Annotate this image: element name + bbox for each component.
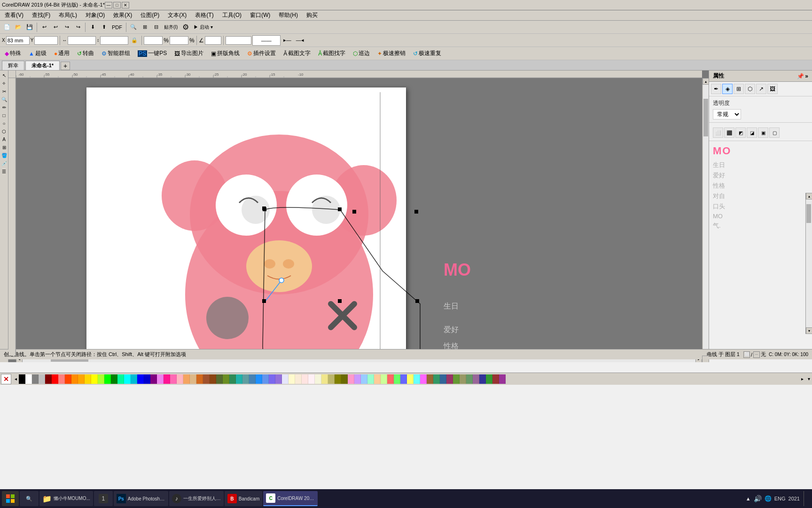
zoom-tool[interactable]: 🔍 (0, 95, 8, 103)
table-tool[interactable]: ⊞ (0, 143, 8, 151)
doc-tab-huixing[interactable]: 辉幸 (2, 61, 24, 70)
color-swatch-33[interactable] (236, 374, 242, 384)
tray-sound-icon[interactable]: 🔊 (754, 495, 762, 502)
taskbar-start-button[interactable] (2, 491, 19, 506)
color-swatch-11[interactable] (91, 374, 98, 384)
color-swatch-7[interactable] (65, 374, 71, 384)
color-swatch-17[interactable] (131, 374, 137, 384)
rpanel-image-icon[interactable]: 🖼 (767, 84, 778, 94)
color-swatch-47[interactable] (328, 374, 335, 384)
color-swatch-28[interactable] (203, 374, 210, 384)
color-swatch-extra-2[interactable] (361, 374, 367, 384)
menu-bitmap[interactable]: 位图(P) (137, 10, 163, 20)
color-swatch-15[interactable] (117, 374, 124, 384)
color-swatch-25[interactable] (183, 374, 190, 384)
color-swatch-extra-1[interactable] (354, 374, 361, 384)
color-swatch-extra-20[interactable] (479, 374, 486, 384)
stroke-start-btn[interactable]: —◂ (294, 35, 306, 46)
add-tab-button[interactable]: + (61, 62, 70, 70)
doc-tab-unnamed[interactable]: 未命名-1* (25, 61, 60, 70)
color-swatch-extra-23[interactable] (499, 374, 506, 384)
color-swatch-1[interactable] (25, 374, 32, 384)
color-swatch-20[interactable] (150, 374, 157, 384)
color-swatch-extra-8[interactable] (400, 374, 407, 384)
menu-text[interactable]: 文本(X) (164, 10, 190, 20)
color-swatch-36[interactable] (256, 374, 262, 384)
color-swatch-10[interactable] (85, 374, 91, 384)
feature-erase[interactable]: ✦ 极速擦销 (375, 48, 408, 59)
color-swatch-18[interactable] (137, 374, 144, 384)
taskbar-coreldraw[interactable]: C CorelDRAW 2019... (263, 491, 318, 506)
text-tool[interactable]: A (0, 135, 8, 143)
blend-overlay[interactable]: ◪ (747, 127, 757, 138)
polygon-tool[interactable]: ⬡ (0, 127, 8, 135)
color-swatch-3[interactable] (39, 374, 45, 384)
redo-button[interactable]: ↪ (62, 22, 72, 32)
color-swatch-extra-17[interactable] (460, 374, 466, 384)
ellipse-tool[interactable]: ○ (0, 119, 8, 127)
scale-y-input[interactable]: 100.0 (170, 36, 188, 45)
eyedrop-tool[interactable]: 💉 (0, 159, 8, 167)
color-swatch-extra-21[interactable] (486, 374, 492, 384)
feature-super[interactable]: ▲ 超级 (26, 48, 49, 59)
color-swatch-extra-7[interactable] (394, 374, 400, 384)
export-button[interactable]: ⬆ (99, 22, 109, 32)
color-swatch-extra-11[interactable] (420, 374, 427, 384)
color-swatch-49[interactable] (341, 374, 348, 384)
redo2-button[interactable]: ↪ (73, 22, 83, 32)
feature-edge[interactable]: ⬡ 巡边 (350, 48, 373, 59)
color-swatch-extra-9[interactable] (407, 374, 414, 384)
color-swatch-43[interactable] (302, 374, 308, 384)
taskbar-text-editor[interactable]: 1 (94, 491, 113, 506)
no-color-btn[interactable]: ✕ (1, 374, 11, 384)
feature-curve[interactable]: ↺ 转曲 (74, 48, 97, 59)
color-swatch-19[interactable] (144, 374, 150, 384)
color-swatch-extra-14[interactable] (440, 374, 446, 384)
color-swatch-extra-22[interactable] (492, 374, 499, 384)
feature-plugin[interactable]: ⚙ 插件设置 (244, 48, 279, 59)
color-swatch-26[interactable] (190, 374, 196, 384)
h-input[interactable]: 62.851 mm (100, 36, 128, 45)
x-input[interactable] (6, 36, 30, 45)
rpanel-transform-icon[interactable]: ↗ (756, 84, 766, 94)
angle-input[interactable]: 0.0 (205, 36, 221, 45)
color-swatch-9[interactable] (78, 374, 85, 384)
fill-tool[interactable]: 🪣 (0, 151, 8, 159)
blend-multiply[interactable]: ⬛ (724, 127, 734, 138)
vscroll-thumb[interactable] (703, 99, 708, 136)
stroke-style-btn[interactable]: —— (252, 35, 281, 46)
color-swatch-27[interactable] (196, 374, 203, 384)
palette-right-btn[interactable]: ▸ (799, 374, 805, 384)
color-swatch-16[interactable] (124, 374, 131, 384)
feature-tile[interactable]: ▣ 拼版角线 (208, 48, 242, 59)
color-swatch-extra-0[interactable] (348, 374, 354, 384)
color-swatch-14[interactable] (111, 374, 117, 384)
zoom-btn[interactable]: 🔍 (128, 22, 139, 32)
color-swatch-extra-10[interactable] (414, 374, 420, 384)
panel-expand-button[interactable]: » (805, 73, 808, 79)
color-swatch-extra-3[interactable] (367, 374, 374, 384)
freehand-tool[interactable]: ✏ (0, 103, 8, 111)
rpanel-pen-icon[interactable]: ✒ (711, 84, 721, 94)
color-swatch-44[interactable] (308, 374, 315, 384)
color-swatch-34[interactable] (242, 374, 249, 384)
scale-x-input[interactable]: 100.0 (144, 36, 163, 45)
color-swatch-extra-16[interactable] (453, 374, 460, 384)
tray-show-desktop[interactable] (804, 491, 806, 506)
color-swatch-extra-19[interactable] (473, 374, 479, 384)
color-swatch-32[interactable] (229, 374, 236, 384)
color-swatch-6[interactable] (58, 374, 65, 384)
feature-smart-group[interactable]: ⚙ 智能群组 (99, 48, 133, 59)
transparency-select[interactable]: 常规 (713, 109, 741, 119)
menu-view[interactable]: 查看(V) (1, 10, 27, 20)
panel-pin-button[interactable]: 📌 (797, 73, 804, 79)
rpanel-fill-icon[interactable]: ◈ (722, 84, 733, 94)
taskbar-bandicam[interactable]: B Bandicam (225, 491, 262, 506)
menu-buy[interactable]: 购买 (303, 10, 321, 20)
rpanel-scroll-thumb[interactable] (806, 204, 811, 223)
menu-find[interactable]: 查找(F) (28, 10, 54, 20)
canvas-vscroll[interactable]: ▴ ▾ (702, 78, 709, 356)
color-swatch-24[interactable] (177, 374, 183, 384)
crop-tool[interactable]: ✂ (0, 87, 8, 95)
color-swatch-13[interactable] (104, 374, 111, 384)
